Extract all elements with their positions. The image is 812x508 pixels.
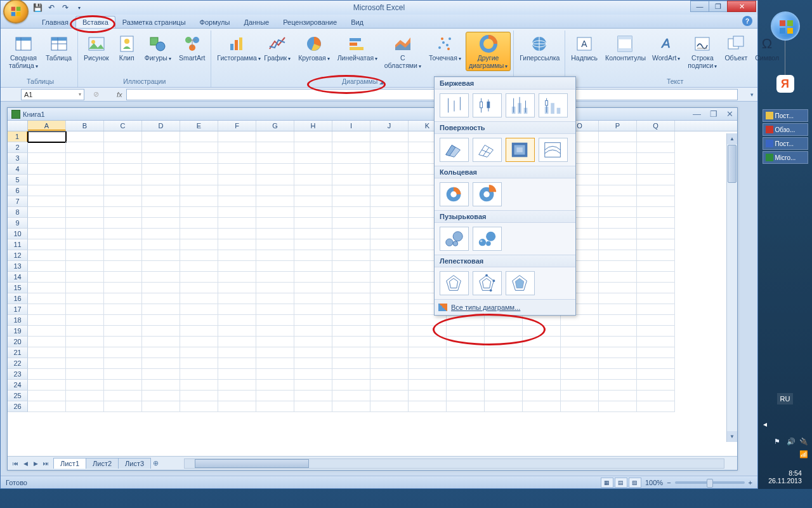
cell[interactable] (256, 326, 294, 337)
cell[interactable] (142, 337, 180, 347)
cell[interactable] (485, 369, 523, 380)
cell[interactable] (180, 391, 218, 401)
cell[interactable] (599, 347, 637, 358)
cell[interactable] (28, 142, 66, 153)
cell[interactable] (104, 164, 142, 175)
cell[interactable] (218, 142, 256, 153)
cell[interactable] (523, 369, 561, 380)
cell[interactable] (180, 337, 218, 347)
cell[interactable] (485, 326, 523, 337)
cell[interactable] (332, 185, 370, 196)
cell[interactable] (637, 261, 675, 272)
chart-option-bubble-0[interactable] (440, 227, 469, 251)
cell[interactable] (599, 131, 637, 142)
cell[interactable] (142, 142, 180, 153)
cell[interactable] (599, 401, 637, 412)
ribbon-sigline-button[interactable]: Строкаподписи (684, 32, 720, 71)
cell[interactable] (66, 207, 104, 218)
cell[interactable] (637, 272, 675, 283)
view-layout-icon[interactable]: ▤ (615, 478, 627, 488)
cell[interactable] (104, 250, 142, 261)
cell[interactable] (218, 347, 256, 358)
cell[interactable] (447, 391, 485, 401)
cell[interactable] (218, 369, 256, 380)
cell[interactable] (599, 207, 637, 218)
cell[interactable] (332, 207, 370, 218)
ribbon-bar-button[interactable]: Линейчатая (334, 32, 380, 64)
cell[interactable] (561, 369, 599, 380)
cell[interactable] (561, 380, 599, 391)
cell[interactable] (637, 196, 675, 207)
row-header[interactable]: 26 (8, 401, 28, 412)
ribbon-tab-5[interactable]: Рецензирование (276, 16, 344, 28)
cell[interactable] (294, 261, 332, 272)
cell[interactable] (180, 196, 218, 207)
cell[interactable] (104, 391, 142, 401)
cell[interactable] (104, 196, 142, 207)
cell[interactable] (180, 272, 218, 283)
cell[interactable] (409, 326, 447, 337)
vertical-scrollbar[interactable]: ▲ ▼ (726, 133, 737, 442)
cell[interactable] (142, 239, 180, 250)
cell[interactable] (218, 153, 256, 164)
sheet-tab-2[interactable]: Лист3 (118, 458, 151, 469)
cell[interactable] (66, 283, 104, 293)
cell[interactable] (332, 272, 370, 283)
ribbon-headerfooter-button[interactable]: Колонтитулы (602, 32, 648, 64)
cell[interactable] (142, 304, 180, 315)
cell[interactable] (294, 326, 332, 337)
cell[interactable] (180, 369, 218, 380)
cell[interactable] (332, 283, 370, 293)
cell[interactable] (294, 272, 332, 283)
cell[interactable] (142, 261, 180, 272)
cell[interactable] (637, 164, 675, 175)
zoom-value[interactable]: 100% (645, 479, 663, 486)
cell[interactable] (485, 347, 523, 358)
cell[interactable] (637, 315, 675, 326)
cell[interactable] (28, 283, 66, 293)
cell[interactable] (599, 250, 637, 261)
row-header[interactable]: 2 (8, 142, 28, 153)
cell[interactable] (104, 293, 142, 304)
row-header[interactable]: 21 (8, 347, 28, 358)
sheet-last-icon[interactable]: ⏭ (41, 460, 51, 467)
cell[interactable] (104, 142, 142, 153)
cell[interactable] (332, 261, 370, 272)
cell[interactable] (523, 315, 561, 326)
col-header-C[interactable]: C (104, 121, 142, 131)
col-header-B[interactable]: B (66, 121, 104, 131)
zoom-slider[interactable] (675, 481, 745, 484)
cell[interactable] (370, 175, 409, 185)
cell[interactable] (66, 185, 104, 196)
cell[interactable] (256, 218, 294, 229)
cell[interactable] (294, 164, 332, 175)
cell[interactable] (180, 229, 218, 239)
cell[interactable] (370, 261, 409, 272)
cell[interactable] (370, 401, 409, 412)
ribbon-pivot-button[interactable]: Своднаятаблица (6, 32, 41, 71)
cell[interactable] (599, 261, 637, 272)
cell[interactable] (599, 380, 637, 391)
row-header[interactable]: 8 (8, 207, 28, 218)
cell[interactable] (294, 229, 332, 239)
cell[interactable] (332, 347, 370, 358)
cell[interactable] (637, 358, 675, 369)
cell[interactable] (523, 380, 561, 391)
cell[interactable] (561, 337, 599, 347)
cell[interactable] (599, 239, 637, 250)
cell[interactable] (66, 401, 104, 412)
chart-option-surface-1[interactable] (473, 138, 502, 162)
cell[interactable] (599, 153, 637, 164)
cell[interactable] (256, 229, 294, 239)
cell[interactable] (218, 293, 256, 304)
cell[interactable] (523, 347, 561, 358)
cell[interactable] (66, 250, 104, 261)
cell[interactable] (66, 347, 104, 358)
spreadsheet-grid[interactable]: ABCDEFGHIJKLMNOPQ 1234567891011121314151… (8, 121, 737, 456)
cell[interactable] (180, 185, 218, 196)
cell[interactable] (332, 315, 370, 326)
cell[interactable] (180, 358, 218, 369)
cell[interactable] (28, 304, 66, 315)
cell[interactable] (256, 369, 294, 380)
cell[interactable] (104, 153, 142, 164)
